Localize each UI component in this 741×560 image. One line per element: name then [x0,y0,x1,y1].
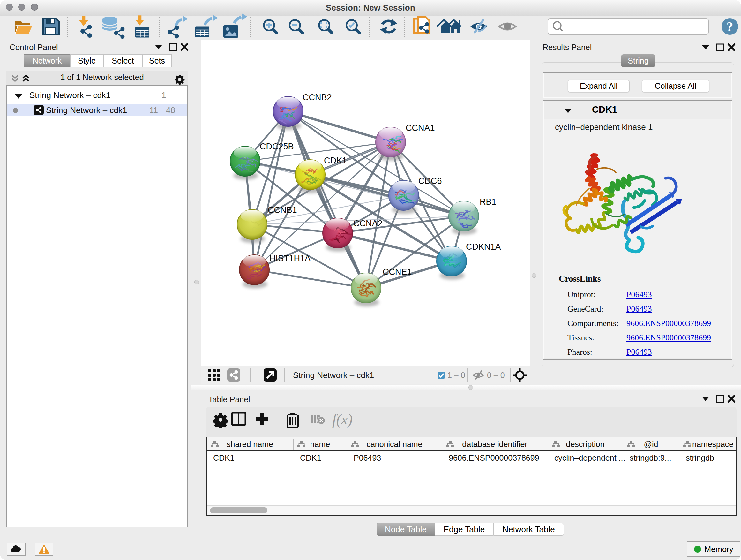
svg-text:HIST1H1A: HIST1H1A [269,253,311,263]
svg-text:?: ? [727,19,733,34]
svg-text:CDC6: CDC6 [418,176,442,186]
svg-text:CDC25B: CDC25B [260,142,294,151]
svg-text:CCNB1: CCNB1 [268,205,297,215]
svg-text:CCNB2: CCNB2 [302,92,332,102]
svg-text:RB1: RB1 [480,197,496,206]
svg-text:CCNA1: CCNA1 [406,123,435,133]
svg-text:1 – 0: 1 – 0 [448,371,465,380]
svg-text:0 – 0: 0 – 0 [487,371,505,380]
svg-text:String Network – cdk1: String Network – cdk1 [293,370,374,380]
svg-text:CCNE1: CCNE1 [383,267,412,277]
svg-text:CDK1: CDK1 [324,156,347,165]
svg-text:CCNA2: CCNA2 [353,219,383,228]
svg-text:f(x): f(x) [332,411,353,428]
svg-text:CDKN1A: CDKN1A [466,242,501,252]
